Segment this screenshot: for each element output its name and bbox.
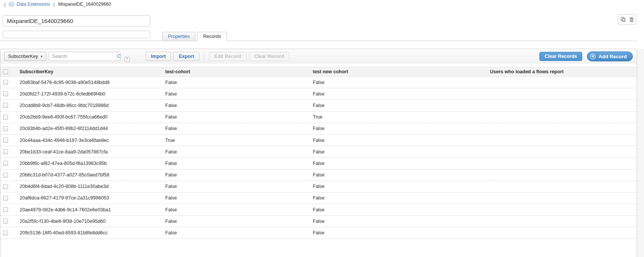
table-row[interactable]: 20d63baf-5476-4c95-9036-a90e5148bdd8 Fal… (0, 77, 637, 88)
breadcrumb-current-item: MixpanelDE_1640029660 (58, 2, 111, 7)
extension-actions-box (618, 14, 636, 25)
table-row[interactable]: 20ae4979-082e-4db6-9c14-7602e6e03ba1 Fal… (0, 204, 637, 216)
cell-test-new-cohort: False (310, 103, 487, 108)
cell-test-new-cohort: False (310, 126, 487, 131)
tab-properties[interactable]: Properties (162, 32, 196, 41)
cell-subscriberkey: 20bb9f6c-af82-47ea-805d-f6a13963c95b (16, 161, 162, 166)
row-checkbox[interactable] (3, 149, 8, 154)
search-button[interactable] (117, 52, 121, 61)
toolbar-divider (204, 52, 204, 61)
cell-test-cohort: False (162, 126, 310, 131)
cell-test-cohort: False (162, 219, 310, 224)
copy-icon[interactable] (621, 17, 626, 22)
cell-test-new-cohort: False (310, 161, 487, 166)
search-field-dropdown[interactable]: SubscriberKey ▾ (4, 52, 46, 61)
table-row[interactable]: 20b4d6f4-6dad-4c20-808b-1111e30abe3d Fal… (0, 181, 637, 193)
row-checkbox[interactable] (3, 126, 8, 131)
breadcrumb: ❮ Data Extensions ❮ MixpanelDE_164002966… (3, 1, 111, 7)
records-table-body: 20d63baf-5476-4c95-9036-a90e5148bdd8 Fal… (0, 77, 637, 239)
cell-subscriberkey: 20c83b4b-ad2e-45f0-89b2-6f2114dd1d44 (16, 126, 162, 131)
edit-record-button[interactable]: Edit Record (209, 52, 246, 61)
table-row[interactable]: 20d3fd27-172f-4939-b72c-6cfedb69f4b0 Fal… (0, 88, 637, 100)
records-panel: SubscriberKey ▾ ? Import Export Edit Rec… (0, 49, 637, 257)
row-checkbox[interactable] (3, 103, 8, 108)
cell-test-new-cohort: False (310, 219, 487, 224)
chevron-down-icon: ▾ (41, 54, 43, 58)
column-header-subscriberkey[interactable]: SubscriberKey (16, 69, 162, 74)
table-row[interactable]: 20cb2bb9-9ee6-493f-bc67-755fcca66ed0 Fal… (0, 112, 637, 123)
tab-records[interactable]: Records (197, 32, 227, 41)
data-extension-grid-icon (9, 2, 14, 7)
cell-test-new-cohort: False (310, 207, 487, 213)
import-button[interactable]: Import (146, 52, 171, 61)
column-header-test-cohort[interactable]: test-cohort (162, 69, 310, 74)
cell-subscriberkey: 20cb2bb9-9ee6-493f-bc67-755fcca66ed0 (16, 114, 162, 120)
cell-test-new-cohort: False (310, 230, 487, 236)
row-checkbox[interactable] (3, 207, 8, 212)
cell-subscriberkey: 20c44aaa-434c-4946-b197-3e3ce6fae8ec (16, 138, 162, 143)
cell-test-cohort: False (162, 80, 310, 85)
add-record-button[interactable]: + Add Record (587, 51, 633, 61)
cell-test-cohort: False (162, 172, 310, 178)
cell-test-new-cohort: False (310, 172, 487, 178)
cell-subscriberkey: 20ae4979-082e-4db6-9c14-7602e6e03ba1 (16, 207, 162, 213)
export-button[interactable]: Export (173, 52, 199, 61)
add-record-label: Add Record (598, 54, 627, 59)
records-grid-header: SubscriberKey test-cohort test new cohor… (0, 67, 637, 77)
cell-test-cohort: False (162, 91, 310, 97)
cell-subscriberkey: 20d63baf-5476-4c95-9036-a90e5148bdd8 (16, 80, 162, 85)
row-checkbox[interactable] (3, 80, 8, 85)
column-header-flows-report[interactable]: Users who loaded a flows report (487, 69, 637, 74)
back-chevron-icon[interactable]: ❮ (3, 2, 7, 7)
cell-subscriberkey: 20a2f5fc-f130-4be6-9f38-10e710e95d60 (16, 219, 162, 224)
cell-test-cohort: False (162, 230, 310, 236)
cell-test-cohort: False (162, 184, 310, 189)
table-row[interactable]: 20bb9f6c-af82-47ea-805d-f6a13963c95b Fal… (0, 158, 637, 169)
table-row[interactable]: 20be1b33-ceaf-41ce-8aa9-2da057887cfa Fal… (0, 146, 637, 158)
table-row[interactable]: 20b6c31d-b07d-4377-a027-85c0aed7bf58 Fal… (0, 170, 637, 181)
search-icon (117, 54, 121, 59)
search-box (49, 52, 121, 61)
extension-name-field[interactable] (3, 15, 150, 26)
table-row[interactable]: 20c83b4b-ad2e-45f0-89b2-6f2114dd1d44 Fal… (0, 123, 637, 135)
cell-test-cohort: False (162, 195, 310, 201)
table-row[interactable]: 209c5136-16f0-40ed-8593-81b8fe8dd6cc Fal… (0, 227, 637, 239)
table-row[interactable]: 20a2f5fc-f130-4be6-9f38-10e710e95d60 Fal… (0, 216, 637, 227)
records-toolbar: SubscriberKey ▾ ? Import Export Edit Rec… (0, 49, 637, 64)
row-checkbox[interactable] (3, 219, 8, 224)
select-all-checkbox[interactable] (3, 69, 8, 74)
right-scroll-gutter[interactable] (637, 49, 644, 257)
row-checkbox[interactable] (3, 196, 8, 201)
table-row[interactable]: 20cdd8b8-9cb7-48db-86cc-8fdc7018986d Fal… (0, 100, 637, 111)
cell-subscriberkey: 20d3fd27-172f-4939-b72c-6cfedb69f4b0 (16, 91, 162, 97)
cell-subscriberkey: 20be1b33-ceaf-41ce-8aa9-2da057887cfa (16, 149, 162, 155)
table-row[interactable]: 20c44aaa-434c-4946-b197-3e3ce6fae8ec Tru… (0, 135, 637, 146)
clear-records-button[interactable]: Clear Records (539, 52, 583, 61)
cell-test-cohort: False (162, 103, 310, 108)
column-header-test-new-cohort[interactable]: test new cohort (310, 69, 487, 74)
cell-test-cohort: False (162, 207, 310, 213)
row-checkbox[interactable] (3, 184, 8, 189)
clear-record-button[interactable]: Clear Record (249, 52, 289, 61)
cell-test-new-cohort: False (310, 195, 487, 201)
cell-subscriberkey: 20cdd8b8-9cb7-48db-86cc-8fdc7018986d (16, 103, 162, 108)
row-checkbox[interactable] (3, 138, 8, 143)
row-checkbox[interactable] (3, 173, 8, 178)
row-checkbox[interactable] (3, 91, 8, 96)
cell-subscriberkey: 20af6dca-6627-4179-97ce-2a31c9996053 (16, 195, 162, 201)
cell-test-cohort: False (162, 149, 310, 155)
breadcrumb-link-data-extensions[interactable]: Data Extensions (16, 2, 50, 7)
cell-test-cohort: False (162, 114, 310, 120)
trash-icon[interactable] (629, 17, 634, 22)
cell-test-cohort: False (162, 161, 310, 166)
row-checkbox[interactable] (3, 161, 8, 166)
tabs-row: Properties Records (0, 32, 637, 41)
help-icon[interactable]: ? (125, 57, 130, 62)
row-checkbox[interactable] (3, 115, 8, 120)
row-checkbox[interactable] (3, 231, 8, 236)
cell-test-cohort: True (162, 138, 310, 143)
search-input[interactable] (49, 52, 117, 61)
records-grid: SubscriberKey test-cohort test new cohor… (0, 67, 637, 239)
table-row[interactable]: 20af6dca-6627-4179-97ce-2a31c9996053 Fal… (0, 193, 637, 204)
data-extension-records-page: ❮ Data Extensions ❮ MixpanelDE_164002966… (0, 0, 644, 257)
